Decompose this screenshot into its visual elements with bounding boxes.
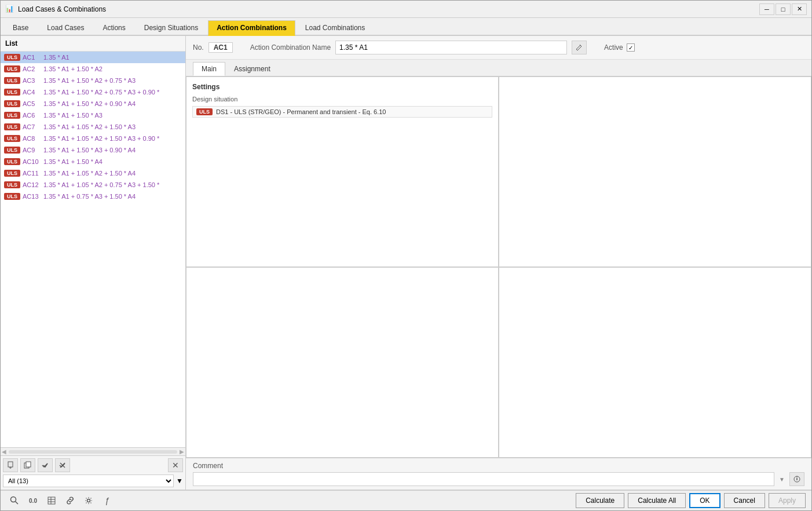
left-panel: List ULS AC1 1.35 * A1 ULS AC2 1.35 * A1…	[1, 36, 186, 490]
ds-text: DS1 - ULS (STR/GEO) - Permanent and tran…	[216, 108, 386, 115]
settings-icon-btn[interactable]	[81, 492, 97, 509]
ac-number: AC3	[23, 77, 40, 84]
list-item[interactable]: ULS AC4 1.35 * A1 + 1.50 * A2 + 0.75 * A…	[1, 86, 185, 98]
list-item[interactable]: ULS AC3 1.35 * A1 + 1.50 * A2 + 0.75 * A…	[1, 75, 185, 86]
ac-formula: 1.35 * A1 + 1.50 * A3 + 0.90 * A4	[43, 147, 136, 154]
svg-rect-4	[26, 462, 31, 467]
ac-formula: 1.35 * A1 + 1.50 * A2	[43, 65, 103, 72]
ac-number: AC2	[23, 65, 40, 72]
name-field: Action Combination Name	[250, 41, 587, 54]
ac-number: AC10	[23, 158, 40, 165]
tab-load-cases[interactable]: Load Cases	[38, 20, 93, 35]
ac-number: AC4	[23, 89, 40, 96]
apply-button[interactable]: Apply	[769, 493, 806, 508]
ac-number: AC13	[23, 193, 40, 200]
uls-badge: ULS	[4, 112, 20, 119]
add-button[interactable]	[3, 458, 18, 472]
ok-button[interactable]: OK	[689, 493, 720, 508]
edit-name-button[interactable]	[572, 41, 587, 54]
comment-label: Comment	[193, 462, 804, 470]
window-icon: 📊	[5, 5, 14, 14]
uls-badge: ULS	[4, 181, 20, 188]
svg-point-11	[11, 497, 16, 502]
sub-tab-bar: Main Assignment	[186, 60, 811, 76]
cancel-button[interactable]: Cancel	[724, 493, 765, 508]
filter-select[interactable]: All (13)ULSSLS	[3, 475, 174, 487]
list-item[interactable]: ULS AC10 1.35 * A1 + 1.50 * A4	[1, 156, 185, 167]
ac-formula: 1.35 * A1 + 1.05 * A2 + 1.50 * A4	[43, 170, 136, 177]
uls-badge: ULS	[4, 89, 20, 96]
comment-section: Comment ▼	[186, 458, 811, 490]
svg-rect-13	[48, 497, 55, 504]
bottom-bar: 0.0 ƒ Calculate Calculate All OK Cancel …	[1, 490, 811, 510]
tab-actions[interactable]: Actions	[94, 20, 134, 35]
value-icon-btn[interactable]: 0.0	[25, 492, 41, 509]
ds-badge: ULS	[196, 108, 213, 115]
panel-body: Settings Design situation ULS DS1 - ULS …	[186, 76, 811, 458]
settings-section: Settings Design situation ULS DS1 - ULS …	[186, 76, 499, 267]
svg-point-17	[87, 499, 90, 502]
uls-badge: ULS	[4, 170, 20, 177]
calculate-button[interactable]: Calculate	[576, 493, 624, 508]
svg-point-10	[796, 477, 798, 478]
main-content: List ULS AC1 1.35 * A1 ULS AC2 1.35 * A1…	[1, 36, 811, 490]
svg-rect-0	[8, 462, 13, 467]
ac-number: AC5	[23, 100, 40, 107]
list-item[interactable]: ULS AC12 1.35 * A1 + 1.05 * A2 + 0.75 * …	[1, 179, 185, 191]
tab-design-situations[interactable]: Design Situations	[136, 20, 207, 35]
no-label: No.	[193, 43, 204, 52]
list-item[interactable]: ULS AC1 1.35 * A1	[1, 52, 185, 63]
close-button[interactable]: ✕	[792, 3, 807, 15]
list-item[interactable]: ULS AC9 1.35 * A1 + 1.50 * A3 + 0.90 * A…	[1, 144, 185, 156]
list-item[interactable]: ULS AC2 1.35 * A1 + 1.50 * A2	[1, 63, 185, 75]
settings-title: Settings	[192, 83, 492, 91]
calculate-all-button[interactable]: Calculate All	[628, 493, 686, 508]
name-input[interactable]	[335, 41, 567, 54]
filter-row: All (13)ULSSLS ▼	[3, 475, 183, 487]
horizontal-scrollbar[interactable]: ◀ ▶	[1, 447, 185, 455]
comment-input[interactable]	[193, 472, 774, 486]
filter-dropdown-icon[interactable]: ▼	[176, 477, 183, 485]
sub-tab-main[interactable]: Main	[193, 62, 225, 76]
uncheck-button[interactable]	[55, 458, 70, 472]
ac-formula: 1.35 * A1 + 1.50 * A2 + 0.90 * A4	[43, 100, 136, 107]
uls-badge: ULS	[4, 123, 20, 130]
search-icon-btn[interactable]	[6, 492, 23, 509]
list-item[interactable]: ULS AC5 1.35 * A1 + 1.50 * A2 + 0.90 * A…	[1, 98, 185, 110]
list-item[interactable]: ULS AC7 1.35 * A1 + 1.05 * A2 + 1.50 * A…	[1, 121, 185, 133]
uls-badge: ULS	[4, 135, 20, 142]
list-item[interactable]: ULS AC8 1.35 * A1 + 1.05 * A2 + 1.50 * A…	[1, 133, 185, 144]
copy-button[interactable]	[20, 458, 35, 472]
maximize-button[interactable]: □	[776, 3, 791, 15]
tab-bar: Base Load Cases Actions Design Situation…	[1, 18, 811, 36]
comment-action-button[interactable]	[789, 472, 804, 486]
check-button[interactable]	[38, 458, 53, 472]
ac-formula: 1.35 * A1 + 1.05 * A2 + 1.50 * A3	[43, 123, 136, 130]
list-toolbar: ✕	[3, 458, 183, 472]
list-bottom: ✕ All (13)ULSSLS ▼	[1, 455, 185, 490]
function-icon-btn[interactable]: ƒ	[99, 492, 115, 509]
minimize-button[interactable]: ─	[759, 3, 774, 15]
design-situation-label: Design situation	[192, 96, 492, 103]
sub-tab-assignment[interactable]: Assignment	[225, 62, 279, 76]
tab-base[interactable]: Base	[4, 20, 37, 35]
ac-formula: 1.35 * A1 + 1.50 * A3	[43, 112, 103, 119]
list-item[interactable]: ULS AC13 1.35 * A1 + 0.75 * A3 + 1.50 * …	[1, 191, 185, 202]
link-icon-btn[interactable]	[62, 492, 78, 509]
table-icon-btn[interactable]	[43, 492, 60, 509]
ac-number: AC6	[23, 112, 40, 119]
tab-load-combinations[interactable]: Load Combinations	[297, 20, 374, 35]
active-field: Active ✓	[604, 43, 635, 52]
list-item[interactable]: ULS AC11 1.35 * A1 + 1.05 * A2 + 1.50 * …	[1, 167, 185, 179]
list-items: ULS AC1 1.35 * A1 ULS AC2 1.35 * A1 + 1.…	[1, 52, 185, 447]
comment-dropdown[interactable]: ▼	[777, 476, 787, 483]
active-checkbox[interactable]: ✓	[627, 43, 635, 52]
active-label: Active	[604, 43, 623, 52]
tab-action-combinations[interactable]: Action Combinations	[208, 20, 295, 36]
delete-button[interactable]: ✕	[168, 458, 183, 472]
ac-formula: 1.35 * A1 + 1.50 * A2 + 0.75 * A3 + 0.90…	[43, 89, 159, 96]
ac-formula: 1.35 * A1 + 1.05 * A2 + 1.50 * A3 + 0.90…	[43, 135, 159, 142]
svg-line-12	[16, 502, 19, 505]
list-item[interactable]: ULS AC6 1.35 * A1 + 1.50 * A3	[1, 110, 185, 121]
title-bar: 📊 Load Cases & Combinations ─ □ ✕	[1, 1, 811, 18]
